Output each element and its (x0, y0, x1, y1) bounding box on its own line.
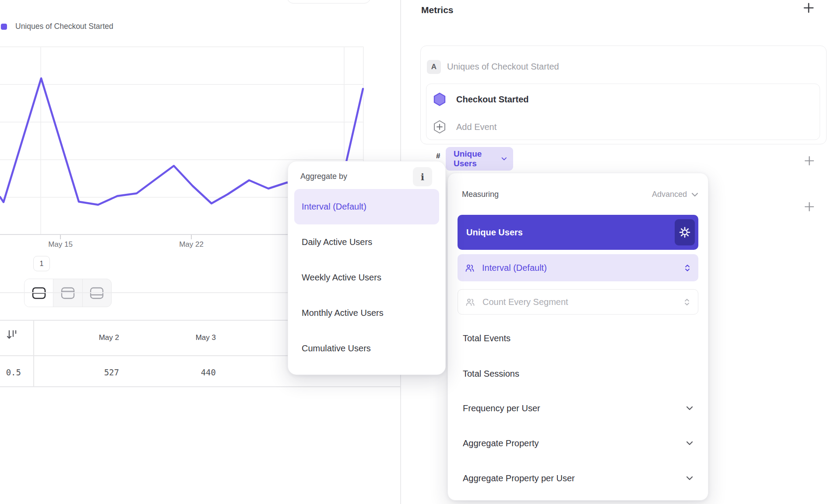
interval-selector[interactable]: Interval (Default) (458, 254, 698, 281)
measuring-option[interactable]: Total Sessions (458, 363, 698, 385)
measuring-option-label: Aggregate Property (463, 438, 539, 448)
aggregate-menu-items: Interval (Default)Daily Active UsersWeek… (294, 189, 439, 366)
aggregate-option[interactable]: Weekly Active Users (294, 260, 439, 295)
add-filter-button[interactable] (804, 155, 814, 166)
measure-pill-label: Unique Users (454, 149, 496, 168)
aggregate-option[interactable]: Interval (Default) (294, 189, 439, 224)
aggregate-by-menu: Aggregate by i Interval (Default)Daily A… (288, 161, 446, 375)
chevron-down-icon (501, 157, 507, 161)
event-card: Checkout Started Add Event (426, 84, 820, 140)
segment-count-selector[interactable]: Count Every Segment (458, 289, 698, 315)
interval-label: Interval (Default) (482, 263, 676, 273)
analytics-app: Uniques of Checkout Started May 15May 22… (0, 0, 831, 504)
layout-split-button[interactable] (25, 279, 53, 307)
users-icon (465, 264, 474, 272)
measuring-menu: Measuring Advanced Unique Users (447, 173, 708, 500)
table-row-border (0, 386, 401, 387)
up-down-chevrons-icon (684, 264, 690, 272)
measuring-option-expandable[interactable]: Aggregate Property per User (458, 467, 698, 489)
plus-icon (804, 202, 814, 212)
add-event-label: Add Event (456, 122, 496, 132)
split-layout-icon (31, 287, 47, 300)
top-panel-layout-icon (60, 287, 76, 300)
layout-bottom-button[interactable] (83, 279, 111, 307)
up-down-chevrons-icon (684, 298, 690, 306)
plus-icon (804, 156, 814, 166)
gear-icon (679, 226, 691, 238)
add-breakdown-button[interactable] (804, 201, 814, 212)
table-column-border (33, 320, 34, 386)
x-tick-label: May 22 (179, 240, 204, 249)
layout-top-button[interactable] (53, 279, 82, 307)
table-header-cell[interactable]: May 3 (146, 333, 216, 342)
sort-icon (6, 329, 18, 341)
aggregate-by-title: Aggregate by (300, 172, 347, 181)
measuring-option-expandable[interactable]: Aggregate Property (458, 432, 698, 454)
measuring-option-label: Frequency per User (463, 403, 540, 413)
selected-measure-label: Unique Users (466, 228, 523, 238)
users-icon (466, 298, 475, 306)
measuring-option-unique-users[interactable]: Unique Users (458, 215, 698, 250)
page-badge[interactable]: 1 (33, 256, 50, 271)
plus-icon (803, 2, 814, 14)
segment-count-label: Count Every Segment (482, 297, 676, 307)
measuring-option[interactable]: Total Events (458, 327, 698, 349)
add-event-hexagon-icon (433, 120, 446, 134)
chevron-down-icon (686, 476, 693, 480)
measuring-title: Measuring (462, 190, 499, 199)
measure-pill[interactable]: Unique Users (446, 147, 513, 171)
x-axis-ticks (60, 235, 191, 239)
chevron-down-icon (686, 441, 693, 445)
chevron-down-icon (686, 406, 693, 410)
measuring-option-label: Aggregate Property per User (463, 473, 575, 483)
layout-toggle (24, 279, 112, 307)
metric-name: Uniques of Checkout Started (447, 62, 559, 72)
measuring-option-label: Total Sessions (463, 369, 519, 379)
advanced-label: Advanced (652, 190, 687, 199)
event-hexagon-icon (433, 92, 446, 106)
info-button[interactable]: i (413, 167, 432, 186)
event-row[interactable]: Checkout Started (433, 92, 529, 106)
bottom-panel-layout-icon (89, 287, 105, 300)
table-row-label: 0.5 (0, 368, 21, 377)
sort-button[interactable] (6, 329, 18, 343)
measuring-option-label: Total Events (463, 333, 511, 343)
advanced-toggle[interactable]: Advanced (652, 190, 698, 199)
aggregate-option[interactable]: Monthly Active Users (294, 295, 439, 331)
add-event-button[interactable]: Add Event (433, 120, 496, 134)
metric-card: A Uniques of Checkout Started Checkout S… (420, 46, 827, 144)
table-value-cell: 527 (49, 368, 119, 377)
numeric-type-symbol: # (436, 152, 440, 161)
aggregate-option[interactable]: Daily Active Users (294, 224, 439, 260)
measure-settings-button[interactable] (675, 219, 695, 245)
x-tick-label: May 15 (48, 240, 73, 249)
metric-letter-badge: A (427, 60, 441, 74)
table-value-cell: 440 (146, 368, 216, 377)
measuring-option-expandable[interactable]: Frequency per User (458, 397, 698, 419)
aggregate-option[interactable]: Cumulative Users (294, 331, 439, 366)
table-header-cell[interactable]: May 2 (49, 333, 119, 342)
event-name: Checkout Started (456, 94, 529, 105)
add-metric-button[interactable] (803, 2, 815, 14)
info-icon: i (421, 172, 424, 182)
chevron-down-icon (691, 192, 698, 197)
metrics-panel-title: Metrics (421, 5, 454, 15)
